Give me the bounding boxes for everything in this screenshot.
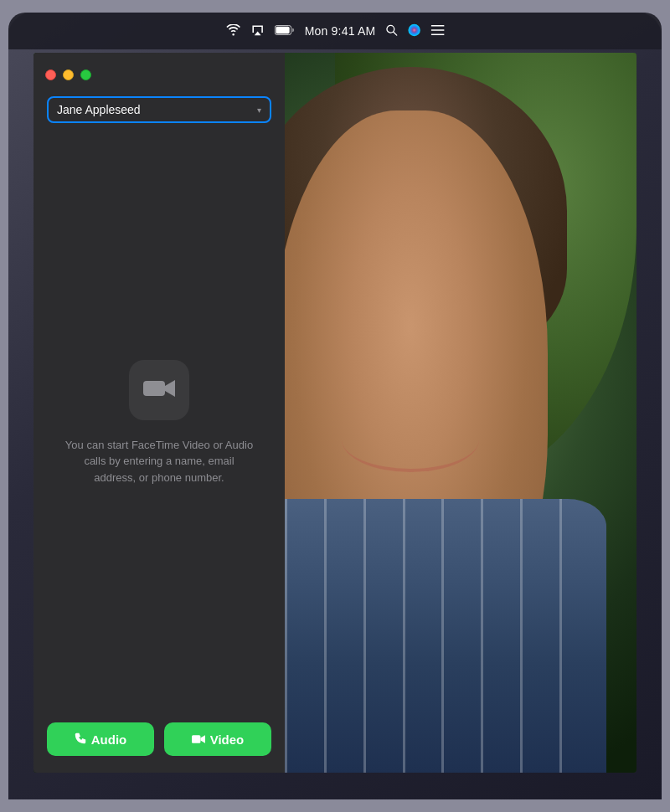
panel-content: Jane Appleseed ▾ You can start FaceTime bbox=[34, 96, 285, 773]
mac-window: Mon 9:41 AM bbox=[8, 13, 662, 799]
video-call-button[interactable]: Video bbox=[164, 722, 271, 756]
close-button[interactable] bbox=[45, 69, 56, 80]
bottom-buttons: Audio Video bbox=[47, 709, 271, 773]
account-name: Jane Appleseed bbox=[57, 103, 141, 116]
screen-area: Jane Appleseed ▾ You can start FaceTime bbox=[34, 53, 636, 773]
svg-line-3 bbox=[394, 32, 397, 35]
phone-icon bbox=[75, 732, 86, 747]
svg-point-4 bbox=[408, 23, 420, 35]
empty-state: You can start FaceTime Video or Audio ca… bbox=[47, 136, 271, 709]
facetime-panel: Jane Appleseed ▾ You can start FaceTime bbox=[34, 53, 285, 773]
minimize-button[interactable] bbox=[63, 69, 74, 80]
wifi-icon bbox=[226, 24, 241, 39]
siri-icon[interactable] bbox=[407, 23, 420, 39]
menubar: Mon 9:41 AM bbox=[8, 13, 662, 49]
menubar-time: Mon 9:41 AM bbox=[305, 24, 376, 38]
window-titlebar bbox=[34, 53, 285, 96]
camera-icon-container bbox=[129, 360, 189, 420]
svg-rect-9 bbox=[192, 735, 200, 743]
search-icon[interactable] bbox=[385, 24, 397, 39]
airplay-icon bbox=[251, 24, 265, 39]
menubar-center: Mon 9:41 AM bbox=[226, 23, 445, 39]
video-label: Video bbox=[210, 732, 245, 747]
video-icon bbox=[192, 732, 205, 747]
svg-rect-8 bbox=[143, 381, 165, 396]
account-selector[interactable]: Jane Appleseed ▾ bbox=[47, 96, 271, 123]
svg-rect-1 bbox=[276, 27, 289, 34]
battery-icon bbox=[275, 24, 295, 38]
audio-call-button[interactable]: Audio bbox=[47, 722, 154, 756]
empty-state-text: You can start FaceTime Video or Audio ca… bbox=[64, 437, 255, 486]
chevron-down-icon: ▾ bbox=[257, 105, 261, 115]
camera-icon bbox=[143, 377, 175, 403]
smile bbox=[342, 408, 479, 472]
maximize-button[interactable] bbox=[80, 69, 91, 80]
audio-label: Audio bbox=[91, 732, 127, 747]
menu-list-icon[interactable] bbox=[430, 24, 444, 39]
